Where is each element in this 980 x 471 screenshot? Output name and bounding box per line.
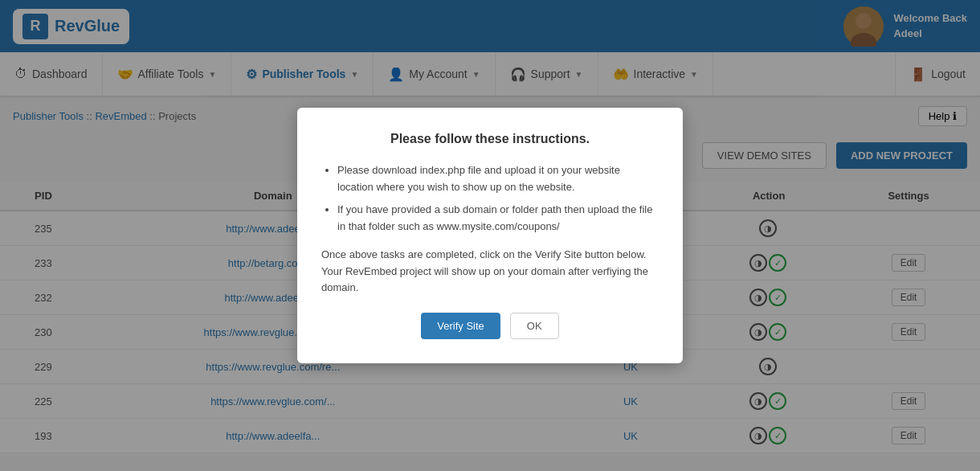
instructions-modal: Please follow these instructions. Please…	[297, 108, 683, 364]
modal-note: Once above tasks are completed, click on…	[321, 247, 659, 297]
modal-title: Please follow these instructions.	[321, 132, 659, 146]
modal-overlay[interactable]: Please follow these instructions. Please…	[0, 0, 980, 453]
modal-body: Please download index.php file and uploa…	[321, 162, 659, 297]
modal-instruction-1: Please download index.php file and uploa…	[337, 162, 659, 196]
ok-button[interactable]: OK	[510, 313, 559, 339]
modal-instruction-2: If you have provided a sub domain or fol…	[337, 202, 659, 236]
verify-site-button[interactable]: Verify Site	[421, 313, 500, 339]
modal-footer: Verify Site OK	[321, 313, 659, 339]
modal-instructions-list: Please download index.php file and uploa…	[321, 162, 659, 236]
